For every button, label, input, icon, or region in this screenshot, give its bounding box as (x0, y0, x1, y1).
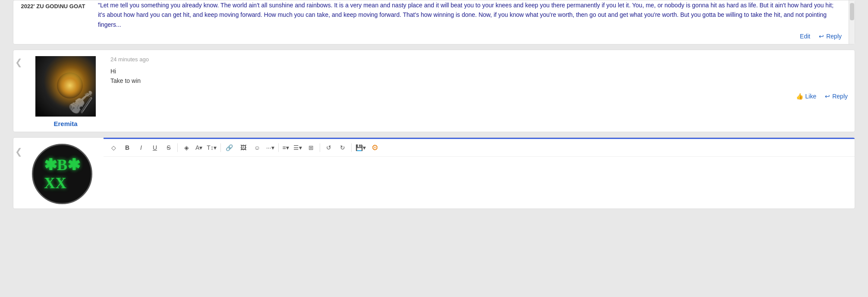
eremita-timestamp: 24 minutes ago (110, 56, 848, 63)
font-color-button[interactable]: A▾ (194, 142, 204, 154)
undo-button[interactable]: ↺ (322, 142, 335, 154)
editor-avatar: ✱B✱XX (32, 144, 92, 204)
eremita-avatar (35, 56, 96, 117)
partial-avatar-col: 2022' ZU GOD\NU GOAT (13, 0, 91, 44)
bold-button[interactable]: B (121, 142, 134, 154)
font-size-button[interactable]: T↕▾ (205, 142, 218, 154)
highlight-button[interactable]: ◈ (180, 142, 193, 154)
settings-button[interactable]: ⚙ (368, 142, 381, 154)
eremita-line2: Take to win (110, 77, 141, 84)
editor-avatar-col: ✱B✱XX (26, 138, 104, 209)
eremita-text: Hi Take to win (110, 67, 848, 85)
table-button[interactable]: ⊞ (305, 142, 318, 154)
list-button[interactable]: ☰▾ (292, 142, 304, 154)
partial-text: "Let me tell you something you already k… (98, 0, 842, 29)
comment-arrow: ❮ (13, 50, 26, 132)
emoji-button[interactable]: ☺ (251, 142, 264, 154)
edit-link[interactable]: Edit (800, 33, 810, 40)
editor-chevron-icon: ❮ (15, 146, 22, 157)
eremita-username: Eremita (53, 120, 77, 127)
like-link[interactable]: 👍 Like (796, 93, 817, 100)
eremita-comment-card: ❮ Eremita 24 minutes ago Hi Take to win … (13, 50, 855, 132)
align-button[interactable]: ≡▾ (281, 142, 291, 154)
toolbar-divider-2 (220, 143, 221, 152)
chevron-left-icon: ❮ (15, 57, 22, 67)
toolbar-divider-4 (320, 143, 320, 152)
reply-link-eremita[interactable]: ↩ Reply (825, 93, 848, 100)
link-button[interactable]: 🔗 (223, 142, 236, 154)
reply-label: Reply (826, 33, 842, 40)
reply-label-eremita: Reply (832, 93, 848, 100)
eremita-actions: 👍 Like ↩ Reply (110, 90, 848, 100)
editor-arrow: ❮ (13, 138, 26, 209)
partial-actions: Edit ↩ Reply (98, 29, 842, 40)
toolbar-divider-5 (351, 143, 352, 152)
reply-link[interactable]: ↩ Reply (819, 33, 842, 40)
underline-button[interactable]: U (148, 142, 161, 154)
scrollbar-thumb (850, 3, 854, 20)
eraser-button[interactable]: ◇ (107, 142, 120, 154)
more-button[interactable]: ···▾ (264, 142, 276, 154)
eremita-content-col: 24 minutes ago Hi Take to win 👍 Like ↩ R… (104, 50, 855, 132)
toolbar-divider-3 (278, 143, 279, 152)
save-button[interactable]: 💾▾ (354, 142, 368, 154)
editor-toolbar: ◇ B I U S ◈ A▾ T↕▾ 🔗 🖼 ☺ ···▾ ≡▾ ☰▾ ⊞ ↺ (104, 139, 855, 157)
italic-button[interactable]: I (135, 142, 148, 154)
reply-icon: ↩ (819, 33, 824, 40)
comment-scrollbar[interactable] (849, 0, 855, 44)
strikethrough-button[interactable]: S (162, 142, 175, 154)
xbx-letters: ✱B✱XX (44, 156, 80, 192)
like-label: Like (805, 93, 817, 100)
partial-comment-card: 2022' ZU GOD\NU GOAT "Let me tell you so… (13, 0, 855, 44)
editor-body[interactable] (104, 157, 855, 209)
redo-button[interactable]: ↻ (336, 142, 349, 154)
eremita-line1: Hi (110, 68, 116, 75)
image-button[interactable]: 🖼 (237, 142, 250, 154)
like-icon: 👍 (796, 93, 803, 100)
reply-icon-eremita: ↩ (825, 93, 830, 100)
partial-content: "Let me tell you something you already k… (91, 0, 849, 44)
editor-card: ❮ ✱B✱XX ◇ B I U S ◈ A▾ T↕▾ 🔗 🖼 (13, 137, 855, 209)
partial-username: 2022' ZU GOD\NU GOAT (21, 3, 85, 10)
toolbar-divider-1 (177, 143, 178, 152)
eremita-avatar-col: Eremita (26, 50, 104, 132)
editor-col: ◇ B I U S ◈ A▾ T↕▾ 🔗 🖼 ☺ ···▾ ≡▾ ☰▾ ⊞ ↺ (104, 138, 855, 209)
